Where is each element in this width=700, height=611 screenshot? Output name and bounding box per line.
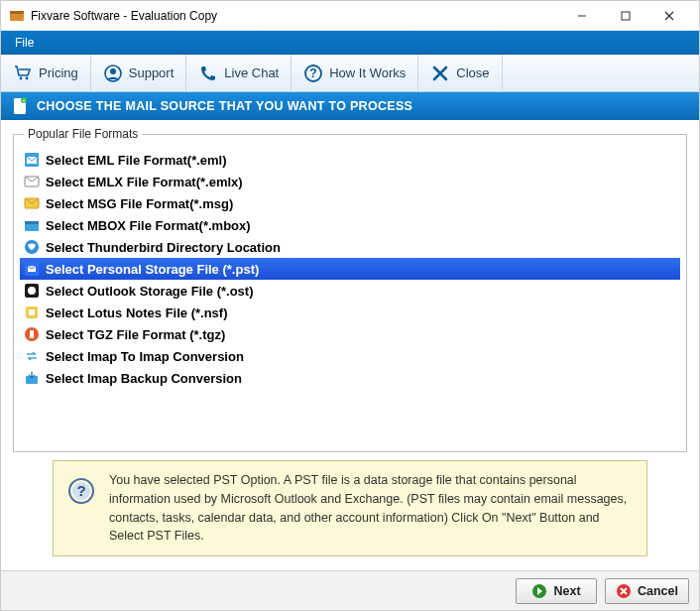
ost-icon bbox=[24, 283, 40, 299]
svg-point-6 bbox=[20, 76, 23, 79]
svg-rect-1 bbox=[10, 11, 24, 14]
cancel-label: Cancel bbox=[638, 584, 678, 598]
question-icon: ? bbox=[303, 63, 323, 83]
imap-sync-icon bbox=[24, 348, 40, 364]
list-item-imap-to-imap[interactable]: Select Imap To Imap Conversion bbox=[20, 345, 680, 367]
minimize-button[interactable] bbox=[560, 1, 604, 31]
file-formats-list: Select EML File Format(*.eml) Select EML… bbox=[18, 145, 682, 393]
imap-backup-icon bbox=[24, 370, 40, 386]
info-panel: ? You have selected PST Option. A PST fi… bbox=[53, 460, 647, 556]
group-title: Popular File Formats bbox=[24, 127, 142, 141]
list-item-label: Select Thunderbird Directory Location bbox=[46, 240, 281, 255]
phone-icon bbox=[198, 63, 218, 83]
toolbar: Pricing Support Live Chat ? How It Works… bbox=[1, 55, 699, 92]
list-item-nsf[interactable]: Select Lotus Notes File (*.nsf) bbox=[20, 302, 680, 323]
headset-icon bbox=[103, 63, 123, 83]
how-it-works-label: How It Works bbox=[329, 65, 406, 80]
live-chat-button[interactable]: Live Chat bbox=[186, 55, 292, 91]
close-icon bbox=[430, 63, 450, 83]
list-item-mbox[interactable]: Select MBOX File Format(*.mbox) bbox=[20, 214, 680, 236]
tgz-icon bbox=[24, 326, 40, 342]
pricing-label: Pricing bbox=[39, 65, 78, 80]
list-item-label: Select Imap To Imap Conversion bbox=[46, 349, 244, 364]
maximize-button[interactable] bbox=[604, 1, 647, 31]
svg-point-9 bbox=[110, 68, 116, 74]
menu-file[interactable]: File bbox=[7, 34, 42, 52]
list-item-label: Select MSG File Format(*.msg) bbox=[46, 196, 233, 211]
list-item-label: Select Outlook Storage File (*.ost) bbox=[46, 284, 253, 299]
list-item-eml[interactable]: Select EML File Format(*.eml) bbox=[20, 149, 680, 171]
how-it-works-button[interactable]: ? How It Works bbox=[292, 55, 418, 91]
list-item-label: Select EML File Format(*.eml) bbox=[46, 153, 227, 168]
next-label: Next bbox=[553, 584, 580, 598]
svg-point-27 bbox=[28, 287, 36, 295]
footer: Next Cancel bbox=[1, 570, 699, 610]
content-area: Popular File Formats Select EML File For… bbox=[1, 120, 699, 570]
info-text: You have selected PST Option. A PST file… bbox=[109, 471, 633, 546]
svg-text:?: ? bbox=[310, 66, 317, 80]
nsf-icon bbox=[24, 305, 40, 320]
window-title: Fixvare Software - Evaluation Copy bbox=[31, 9, 560, 23]
list-item-thunderbird[interactable]: Select Thunderbird Directory Location bbox=[20, 236, 680, 258]
svg-rect-3 bbox=[622, 12, 630, 20]
list-item-imap-backup[interactable]: Select Imap Backup Conversion bbox=[20, 367, 680, 389]
list-item-emlx[interactable]: Select EMLX File Format(*.emlx) bbox=[20, 171, 680, 192]
cancel-icon bbox=[616, 583, 632, 599]
svg-rect-22 bbox=[25, 221, 39, 224]
close-label: Close bbox=[456, 65, 489, 80]
cancel-button[interactable]: Cancel bbox=[605, 578, 689, 604]
instruction-text: CHOOSE THE MAIL SOURCE THAT YOU WANT TO … bbox=[37, 99, 412, 113]
eml-icon bbox=[24, 152, 40, 168]
support-label: Support bbox=[129, 65, 175, 80]
list-item-ost[interactable]: Select Outlook Storage File (*.ost) bbox=[20, 280, 680, 302]
live-chat-label: Live Chat bbox=[224, 65, 279, 80]
svg-rect-29 bbox=[29, 309, 35, 315]
support-button[interactable]: Support bbox=[91, 55, 187, 91]
info-icon: ? bbox=[67, 477, 95, 505]
document-icon: + bbox=[11, 97, 29, 115]
svg-text:?: ? bbox=[76, 482, 85, 499]
mbox-icon bbox=[24, 217, 40, 233]
close-toolbar-button[interactable]: Close bbox=[418, 55, 502, 91]
titlebar: Fixvare Software - Evaluation Copy bbox=[1, 1, 699, 31]
thunderbird-icon bbox=[24, 239, 40, 255]
pricing-button[interactable]: Pricing bbox=[1, 55, 91, 91]
list-item-pst[interactable]: Select Personal Storage File (*.pst) bbox=[20, 258, 680, 280]
svg-rect-31 bbox=[30, 330, 34, 338]
instruction-bar: + CHOOSE THE MAIL SOURCE THAT YOU WANT T… bbox=[1, 92, 699, 120]
menubar: File bbox=[1, 31, 699, 55]
list-item-label: Select MBOX File Format(*.mbox) bbox=[46, 218, 251, 233]
svg-text:+: + bbox=[22, 97, 25, 103]
svg-point-7 bbox=[26, 76, 29, 79]
list-item-label: Select Personal Storage File (*.pst) bbox=[46, 262, 259, 277]
list-item-msg[interactable]: Select MSG File Format(*.msg) bbox=[20, 192, 680, 214]
close-window-button[interactable] bbox=[647, 1, 691, 31]
pst-icon bbox=[24, 261, 40, 277]
list-item-label: Select TGZ File Format (*.tgz) bbox=[46, 327, 225, 342]
list-item-tgz[interactable]: Select TGZ File Format (*.tgz) bbox=[20, 323, 680, 345]
file-formats-group: Popular File Formats Select EML File For… bbox=[13, 134, 687, 452]
emlx-icon bbox=[24, 174, 40, 189]
next-button[interactable]: Next bbox=[516, 578, 597, 604]
list-item-label: Select Imap Backup Conversion bbox=[46, 371, 242, 386]
cart-icon bbox=[13, 63, 33, 83]
list-item-label: Select EMLX File Format(*.emlx) bbox=[46, 175, 243, 189]
next-arrow-icon bbox=[531, 583, 547, 599]
msg-icon bbox=[24, 195, 40, 211]
app-icon bbox=[9, 8, 25, 24]
list-item-label: Select Lotus Notes File (*.nsf) bbox=[46, 306, 227, 320]
